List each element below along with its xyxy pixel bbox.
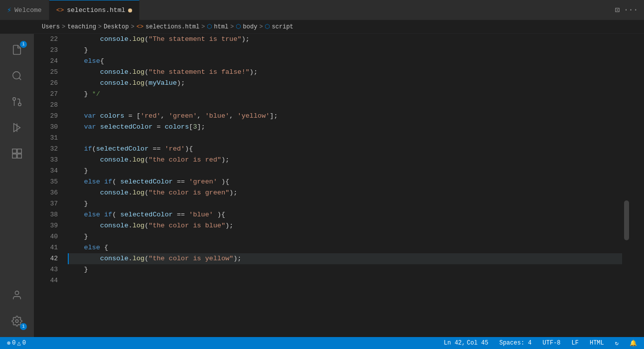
sidebar-item-account[interactable] — [5, 283, 29, 307]
tab-welcome[interactable]: ⚡ Welcome — [0, 0, 49, 20]
line-num-39: 39 — [34, 220, 58, 231]
line-num-25: 25 — [34, 67, 58, 78]
status-spaces[interactable]: Spaces: 4 — [497, 337, 534, 349]
breadcrumb-html[interactable]: html — [214, 23, 228, 30]
more-actions-icon[interactable]: ··· — [624, 5, 638, 14]
code-line-40: } — [68, 231, 622, 242]
status-left: ⊗ 0 △ 0 — [5, 337, 28, 349]
breadcrumb-script-icon: ⬡ — [265, 23, 270, 30]
status-bar: ⊗ 0 △ 0 Ln 42, Col 45 Spaces: 4 UTF-8 LF… — [0, 337, 644, 349]
breadcrumb-body[interactable]: body — [243, 23, 257, 30]
scrollbar-thumb[interactable] — [624, 200, 629, 240]
ln-label: Ln 42, — [444, 340, 465, 347]
line-num-33: 33 — [34, 155, 58, 166]
editor[interactable]: 22 23 24 25 26 27 28 29 30 31 32 33 34 3… — [34, 34, 644, 337]
code-line-29: var colors = ['red', 'green', 'blue', 'y… — [68, 111, 622, 122]
breadcrumb-desktop[interactable]: Desktop — [104, 23, 129, 30]
sidebar-item-source-control[interactable] — [5, 90, 29, 114]
cursor — [68, 253, 69, 264]
breadcrumb-body-icon: ⬡ — [236, 23, 241, 30]
sidebar-item-extensions[interactable] — [5, 142, 29, 166]
line-num-24: 24 — [34, 56, 58, 67]
line-num-44: 44 — [34, 275, 58, 286]
sidebar-item-search[interactable] — [5, 64, 29, 88]
status-ln-col[interactable]: Ln 42, Col 45 — [442, 337, 490, 349]
line-num-40: 40 — [34, 231, 58, 242]
sidebar-item-files[interactable]: 1 — [5, 38, 29, 62]
line-num-22: 22 — [34, 34, 58, 45]
line-num-37: 37 — [34, 198, 58, 209]
status-bell[interactable]: 🔔 — [628, 337, 639, 349]
breadcrumb-users[interactable]: Users — [42, 23, 60, 30]
status-right: Ln 42, Col 45 Spaces: 4 UTF-8 LF HTML ↻ … — [442, 337, 639, 349]
code-line-35: else if( selectedColor == 'green' ){ — [68, 176, 622, 187]
code-line-22: console.log("The statement is true"); — [68, 34, 622, 45]
code-line-34: } — [68, 166, 622, 176]
files-badge: 1 — [20, 41, 27, 48]
line-num-32: 32 — [34, 144, 58, 155]
code-line-36: console.log("the color is green"); — [68, 187, 622, 198]
breadcrumb-script[interactable]: script — [272, 23, 293, 30]
svg-point-12 — [15, 320, 18, 323]
breadcrumb-teaching[interactable]: teaching — [67, 23, 96, 30]
vscode-icon: ⚡ — [7, 5, 11, 15]
code-line-33: console.log("the color is red"); — [68, 155, 622, 166]
svg-point-2 — [18, 103, 21, 106]
line-num-34: 34 — [34, 166, 58, 176]
status-lang[interactable]: HTML — [588, 337, 606, 349]
line-num-38: 38 — [34, 209, 58, 220]
line-num-42: 42 — [34, 253, 58, 264]
code-line-23: } — [68, 45, 622, 56]
breadcrumb-sep-4: > — [201, 23, 205, 30]
code-lines[interactable]: console.log("The statement is true"); } … — [64, 34, 622, 337]
status-sync[interactable]: ↻ — [613, 337, 621, 349]
code-line-41: else { — [68, 242, 622, 253]
settings-badge: 1 — [20, 323, 27, 330]
status-encoding[interactable]: UTF-8 — [541, 337, 563, 349]
split-editor-icon[interactable]: ⊡ — [615, 5, 620, 15]
spaces-label: Spaces: 4 — [499, 340, 532, 347]
code-container[interactable]: 22 23 24 25 26 27 28 29 30 31 32 33 34 3… — [34, 34, 644, 337]
code-line-26: console.log(myValue); — [68, 78, 622, 89]
editor-area: 22 23 24 25 26 27 28 29 30 31 32 33 34 3… — [34, 34, 644, 337]
tab-file[interactable]: <> selections.html — [49, 0, 140, 20]
line-num-41: 41 — [34, 242, 58, 253]
bell-icon: 🔔 — [630, 340, 637, 347]
code-line-31 — [68, 133, 622, 144]
line-num-35: 35 — [34, 176, 58, 187]
code-line-32: if(selectedColor == 'red'){ — [68, 144, 622, 155]
line-num-31: 31 — [34, 133, 58, 144]
sidebar-item-run[interactable] — [5, 116, 29, 140]
code-line-28 — [68, 100, 622, 111]
svg-point-3 — [13, 98, 16, 101]
warning-count: 0 — [22, 340, 26, 347]
code-line-42: console.log("the color is yellow"); — [68, 253, 622, 264]
error-count: 0 — [12, 340, 15, 347]
status-errors[interactable]: ⊗ 0 △ 0 — [5, 337, 28, 349]
svg-rect-10 — [12, 154, 16, 158]
status-eol[interactable]: LF — [570, 337, 581, 349]
breadcrumb-file-icon: <> — [137, 23, 144, 30]
scrollbar[interactable] — [622, 34, 629, 337]
svg-point-11 — [15, 291, 18, 295]
warning-icon: △ — [17, 340, 20, 347]
code-line-27: } */ — [68, 89, 622, 100]
line-num-27: 27 — [34, 89, 58, 100]
lang-label: HTML — [590, 340, 604, 347]
line-num-36: 36 — [34, 187, 58, 198]
code-line-30: var selectedColor = colors[3]; — [68, 122, 622, 133]
activity-bar: 1 — [0, 34, 34, 337]
line-num-43: 43 — [34, 264, 58, 275]
line-num-26: 26 — [34, 78, 58, 89]
breadcrumb-filename[interactable]: selections.html — [146, 23, 199, 30]
tab-file-label: selections.html — [67, 6, 125, 14]
sync-icon: ↻ — [615, 340, 619, 347]
error-icon: ⊗ — [7, 340, 10, 347]
code-line-38: else if( selectedColor == 'blue' ){ — [68, 209, 622, 220]
tab-welcome-label: Welcome — [14, 6, 42, 14]
sidebar-item-settings[interactable]: 1 — [5, 309, 29, 333]
breadcrumb-sep-3: > — [131, 23, 134, 30]
svg-rect-9 — [17, 154, 21, 158]
eol-label: LF — [572, 340, 579, 347]
breadcrumb-sep-1: > — [62, 23, 65, 30]
